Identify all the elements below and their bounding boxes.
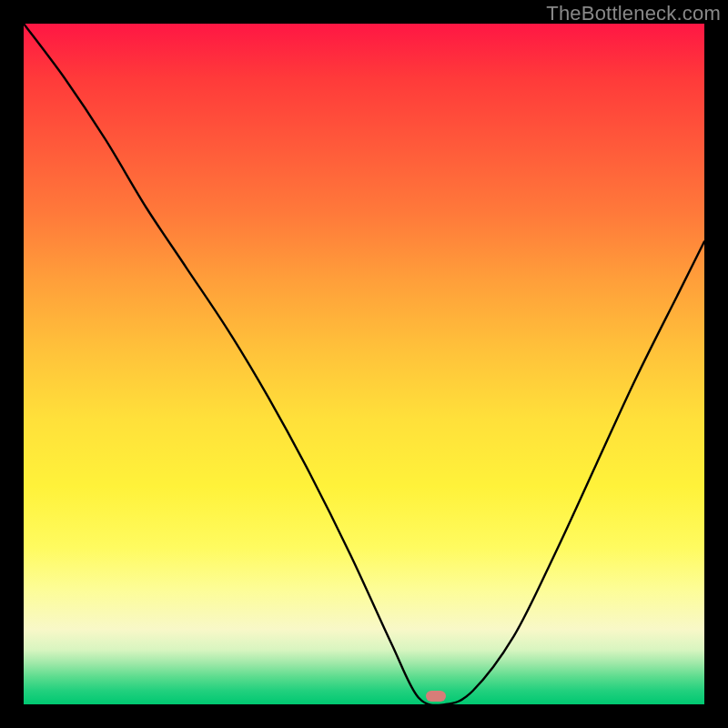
chart-frame: TheBottleneck.com xyxy=(0,0,728,728)
bottleneck-curve xyxy=(24,24,704,704)
watermark-text: TheBottleneck.com xyxy=(546,2,721,25)
plot-area xyxy=(24,24,704,704)
sweet-spot-marker xyxy=(426,691,446,702)
